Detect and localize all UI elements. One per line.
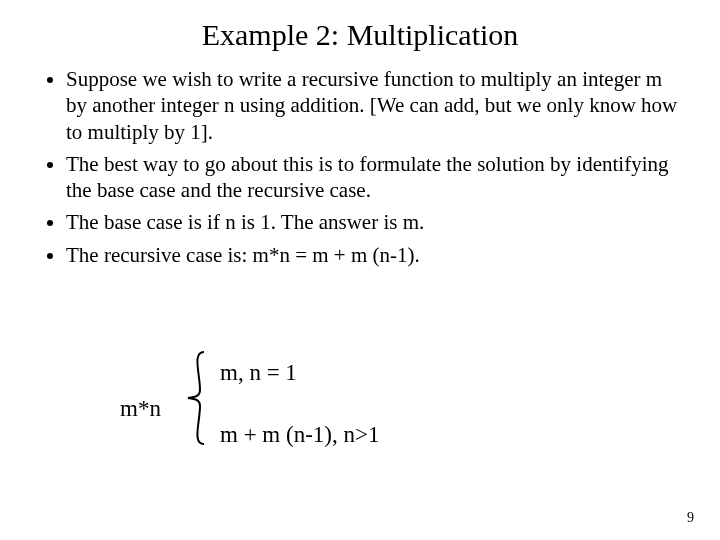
slide-title: Example 2: Multiplication [0,0,720,66]
bullet-list: Suppose we wish to write a recursive fun… [0,66,720,268]
bullet-item: Suppose we wish to write a recursive fun… [66,66,686,145]
slide: Example 2: Multiplication Suppose we wis… [0,0,720,540]
bullet-item: The base case is if n is 1. The answer i… [66,209,686,235]
brace-icon [182,350,210,446]
bullet-item: The recursive case is: m*n = m + m (n-1)… [66,242,686,268]
page-number: 9 [687,510,694,526]
bullet-item: The best way to go about this is to form… [66,151,686,204]
formula-lhs: m*n [120,396,161,422]
formula-case-2: m + m (n-1), n>1 [220,422,379,448]
formula-case-1: m, n = 1 [220,360,297,386]
